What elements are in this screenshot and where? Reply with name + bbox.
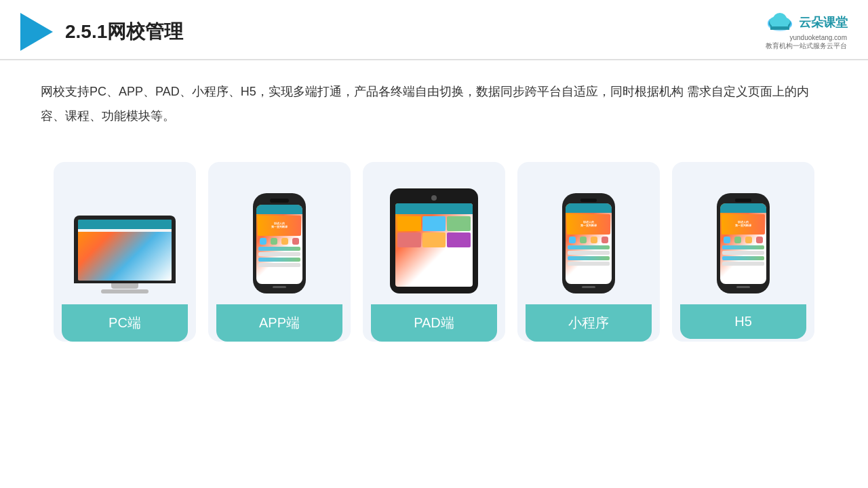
h5-image-area: 职进人的第一堂判断课	[680, 178, 806, 293]
tablet-home	[431, 195, 437, 201]
pad-label: PAD端	[371, 304, 497, 342]
h5-row-1	[722, 245, 764, 249]
h5-screen-top	[720, 203, 766, 213]
app-image-area: 职进人的第一堂判断课	[216, 178, 342, 293]
h5-row-3	[722, 256, 764, 260]
pc-topbar	[78, 220, 172, 229]
tablet-screen-body	[395, 214, 473, 249]
tablet-outer	[390, 188, 478, 293]
app-content-rows	[258, 247, 301, 267]
miniprogram-content-rows	[567, 245, 610, 266]
svg-rect-10	[772, 21, 788, 26]
description-text: 网校支持PC、APP、PAD、小程序、H5，实现多端打通，产品各终端自由切换，数…	[0, 60, 868, 135]
app-phone-screen: 职进人的第一堂判断课	[256, 205, 302, 284]
pc-card: PC端	[54, 162, 196, 342]
mini-row-2	[568, 251, 610, 255]
tablet-card-5	[422, 232, 446, 247]
pc-stand	[111, 283, 138, 289]
h5-card: 职进人的第一堂判断课	[672, 162, 814, 342]
mini-row-1	[568, 245, 610, 249]
logo-icon	[20, 13, 53, 51]
app-screen-top	[256, 205, 302, 214]
mini-row-4	[568, 262, 610, 266]
h5-phone-home	[736, 286, 750, 288]
app-phone-mockup: 职进人的第一堂判断课	[253, 193, 306, 293]
h5-icons-row	[722, 236, 765, 244]
pad-card: PAD端	[363, 162, 505, 342]
miniprogram-phone-mockup: 职进人的第一堂判断课	[562, 193, 615, 293]
app-icon-2	[271, 238, 277, 245]
tablet-card-1	[397, 216, 421, 231]
tablet-card-2	[422, 216, 446, 231]
miniprogram-card: 职进人的第一堂判断课	[517, 162, 660, 342]
app-phone-notch	[270, 199, 289, 203]
h5-icon-4	[756, 237, 763, 243]
app-phone-outer: 职进人的第一堂判断课	[253, 193, 306, 293]
pc-screen-outer	[74, 216, 176, 283]
miniprogram-image-area: 职进人的第一堂判断课	[526, 178, 652, 293]
app-icon-1	[260, 238, 267, 245]
miniprogram-phone-outer: 职进人的第一堂判断课	[562, 193, 615, 293]
mini-icon-3	[591, 237, 597, 243]
miniprogram-screen-top	[566, 203, 612, 213]
miniprogram-label: 小程序	[526, 304, 652, 342]
mini-icon-2	[580, 237, 587, 243]
app-label: APP端	[216, 304, 342, 342]
h5-label: H5	[680, 304, 806, 339]
h5-screen-body: 职进人的第一堂判断课	[720, 213, 766, 267]
miniprogram-phone-home	[582, 286, 595, 288]
app-row-3	[258, 258, 300, 262]
app-screen-body: 职进人的第一堂判断课	[256, 214, 302, 268]
h5-phone-outer: 职进人的第一堂判断课	[717, 193, 770, 293]
tablet-card-3	[447, 216, 471, 231]
mini-row-3	[568, 256, 610, 260]
app-row-2	[258, 252, 300, 256]
h5-icon-3	[745, 237, 752, 243]
miniprogram-notch	[580, 199, 597, 202]
app-icons-row	[258, 237, 301, 245]
pc-mockup	[74, 216, 176, 293]
pc-base	[101, 289, 149, 293]
h5-banner: 职进人的第一堂判断课	[722, 214, 765, 235]
cloud-svg-icon	[765, 12, 795, 33]
pc-label: PC端	[62, 304, 188, 342]
header-left: 2.5.1网校管理	[20, 13, 183, 51]
header-right: 云朵课堂 yunduoketang.com 教育机构一站式服务云平台	[765, 12, 848, 51]
tablet-card-4	[397, 232, 421, 247]
h5-icon-2	[734, 237, 741, 243]
h5-phone-mockup: 职进人的第一堂判断课	[717, 193, 770, 293]
h5-icon-1	[724, 237, 730, 243]
h5-row-2	[722, 251, 764, 255]
header: 2.5.1网校管理 云朵课堂 yunduoketang.com 教育机构一站式服…	[0, 0, 868, 60]
tablet-mockup	[390, 188, 478, 293]
h5-phone-screen: 职进人的第一堂判断课	[720, 203, 766, 284]
app-icon-4	[292, 238, 299, 245]
app-row-1	[258, 247, 300, 251]
pad-image-area	[371, 178, 497, 293]
miniprogram-banner: 职进人的第一堂判断课	[567, 214, 610, 235]
tablet-card-6	[447, 232, 471, 247]
mini-icon-4	[601, 237, 608, 243]
tablet-screen-top	[395, 203, 473, 214]
brand-tagline: yunduoketang.com 教育机构一站式服务云平台	[766, 34, 847, 51]
page-title: 2.5.1网校管理	[65, 19, 183, 45]
app-banner: 职进人的第一堂判断课	[258, 216, 301, 236]
miniprogram-screen-body: 职进人的第一堂判断课	[566, 213, 612, 267]
miniprogram-icons-row	[567, 236, 610, 244]
app-icon-3	[281, 238, 288, 245]
h5-row-4	[722, 262, 764, 266]
app-row-4	[258, 263, 300, 267]
h5-notch	[735, 199, 751, 202]
brand-logo: 云朵课堂	[765, 12, 848, 33]
brand-name: 云朵课堂	[799, 14, 848, 30]
mini-icon-1	[569, 237, 576, 243]
app-card: 职进人的第一堂判断课	[208, 162, 351, 342]
pc-image-area	[62, 178, 188, 293]
tablet-screen	[395, 203, 473, 287]
pc-body	[78, 229, 172, 232]
app-phone-home	[273, 286, 286, 288]
pc-screen	[78, 220, 172, 281]
miniprogram-phone-screen: 职进人的第一堂判断课	[566, 203, 612, 284]
cards-container: PC端 职进人的第一堂判断课	[0, 142, 868, 355]
h5-content-rows	[722, 245, 765, 266]
